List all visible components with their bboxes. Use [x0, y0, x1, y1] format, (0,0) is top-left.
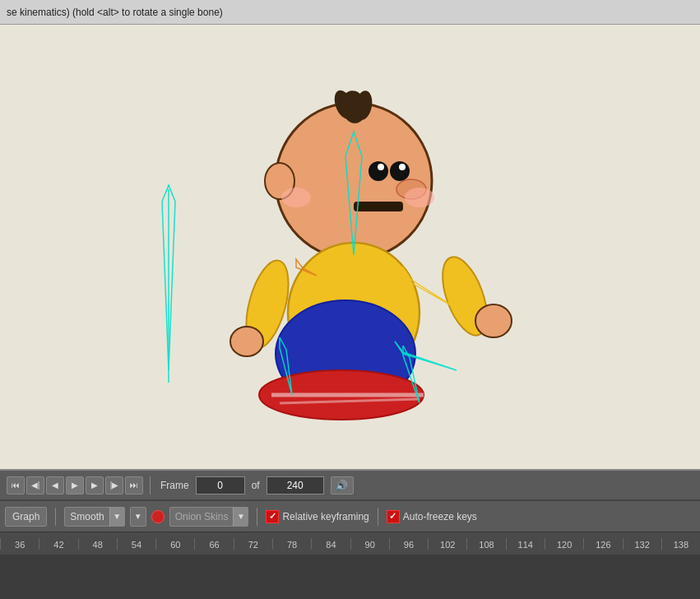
separator-4: [378, 508, 378, 526]
relative-keyframing-label: Relative keyframing: [282, 511, 369, 522]
svg-marker-31: [280, 337, 292, 395]
relative-keyframing-item[interactable]: ✓ Relative keyframing: [266, 510, 369, 523]
svg-point-12: [265, 163, 294, 199]
onion-skins-label: Onion Skins: [170, 511, 234, 522]
auto-freeze-label: Auto-freeze keys: [403, 511, 477, 522]
auto-freeze-item[interactable]: ✓ Auto-freeze keys: [387, 510, 477, 523]
svg-point-22: [433, 251, 496, 341]
record-indicator: [151, 510, 165, 523]
svg-point-23: [475, 304, 512, 337]
tick-54: 54: [117, 538, 155, 550]
auto-freeze-checkbox[interactable]: ✓: [387, 510, 400, 523]
separator-2: [55, 508, 56, 526]
of-label: of: [252, 480, 260, 491]
play-button[interactable]: ▶: [66, 476, 84, 495]
transport-group: ⏮ ◀| ◀ ▶ ▶ |▶ ⏭: [7, 476, 143, 495]
svg-point-3: [353, 90, 374, 122]
svg-marker-28: [296, 259, 317, 276]
tick-114: 114: [506, 538, 545, 550]
timeline-ruler[interactable]: 36 42 48 54 60 66 72 78 84 90 96 102 108…: [0, 532, 700, 555]
tick-120: 120: [545, 538, 583, 550]
frame-input[interactable]: 0: [196, 476, 245, 495]
audio-button[interactable]: 🔊: [331, 476, 354, 495]
svg-point-14: [281, 188, 311, 207]
onion-dropdown-arrow[interactable]: ▼: [233, 507, 248, 527]
separator-3: [257, 508, 257, 526]
svg-point-17: [259, 370, 424, 420]
controls-bar: ⏮ ◀| ◀ ▶ ▶ |▶ ⏭ Frame 0 of 240 🔊: [0, 469, 700, 500]
svg-point-6: [369, 161, 388, 181]
extra-dropdown-arrow[interactable]: ▼: [130, 507, 146, 527]
step-forward-button[interactable]: ▶: [86, 476, 104, 495]
tick-36: 36: [0, 538, 39, 550]
svg-point-16: [276, 300, 415, 407]
svg-point-10: [396, 179, 426, 199]
tick-132: 132: [623, 538, 661, 550]
tick-72: 72: [234, 538, 272, 550]
status-text: se kinematics) (hold <alt> to rotate a s…: [7, 7, 223, 18]
svg-marker-26: [345, 132, 362, 255]
tick-42: 42: [39, 538, 77, 550]
tick-48: 48: [78, 538, 117, 550]
svg-rect-11: [354, 202, 403, 211]
tick-138: 138: [661, 538, 700, 550]
svg-line-19: [280, 399, 420, 403]
options-bar: Graph Smooth ▼ ▼ Onion Skins ▼ ✓ Relativ…: [0, 500, 700, 532]
tick-66: 66: [194, 538, 233, 550]
tick-84: 84: [311, 538, 350, 550]
smooth-dropdown[interactable]: Smooth ▼: [64, 507, 124, 527]
svg-point-20: [239, 256, 297, 353]
tick-126: 126: [583, 538, 622, 550]
frame-label: Frame: [160, 480, 189, 491]
svg-point-13: [405, 188, 434, 207]
total-frames-input[interactable]: 240: [267, 476, 324, 495]
svg-marker-27: [403, 267, 457, 309]
separator-1: [150, 476, 151, 495]
svg-point-8: [378, 164, 384, 170]
svg-marker-29: [395, 341, 457, 370]
svg-marker-30: [403, 346, 420, 403]
svg-point-21: [230, 327, 263, 356]
goto-start-button[interactable]: ⏮: [7, 476, 25, 495]
tick-96: 96: [389, 538, 428, 550]
goto-end-button[interactable]: ⏭: [125, 476, 143, 495]
canvas-area: [0, 25, 700, 469]
svg-point-15: [288, 243, 420, 383]
tick-90: 90: [350, 538, 389, 550]
svg-point-7: [390, 161, 410, 181]
tick-108: 108: [466, 538, 505, 550]
tick-102: 102: [428, 538, 466, 550]
smooth-dropdown-arrow[interactable]: ▼: [109, 507, 124, 527]
tick-78: 78: [272, 538, 311, 550]
status-bar: se kinematics) (hold <alt> to rotate a s…: [0, 0, 700, 25]
graph-button[interactable]: Graph: [5, 507, 47, 527]
tick-60: 60: [155, 538, 194, 550]
svg-point-2: [331, 88, 356, 122]
svg-marker-25: [162, 185, 175, 370]
next-keyframe-button[interactable]: |▶: [105, 476, 123, 495]
svg-point-0: [276, 103, 432, 259]
smooth-label: Smooth: [65, 511, 109, 522]
prev-keyframe-button[interactable]: ◀|: [26, 476, 44, 495]
svg-point-1: [339, 89, 369, 126]
audio-icon: 🔊: [336, 480, 348, 491]
ruler-numbers: 36 42 48 54 60 66 72 78 84 90 96 102 108…: [0, 538, 700, 550]
onion-skins-dropdown[interactable]: Onion Skins ▼: [169, 507, 249, 527]
relative-keyframing-checkbox[interactable]: ✓: [266, 510, 279, 523]
step-back-button[interactable]: ◀: [46, 476, 64, 495]
svg-point-9: [399, 164, 406, 170]
